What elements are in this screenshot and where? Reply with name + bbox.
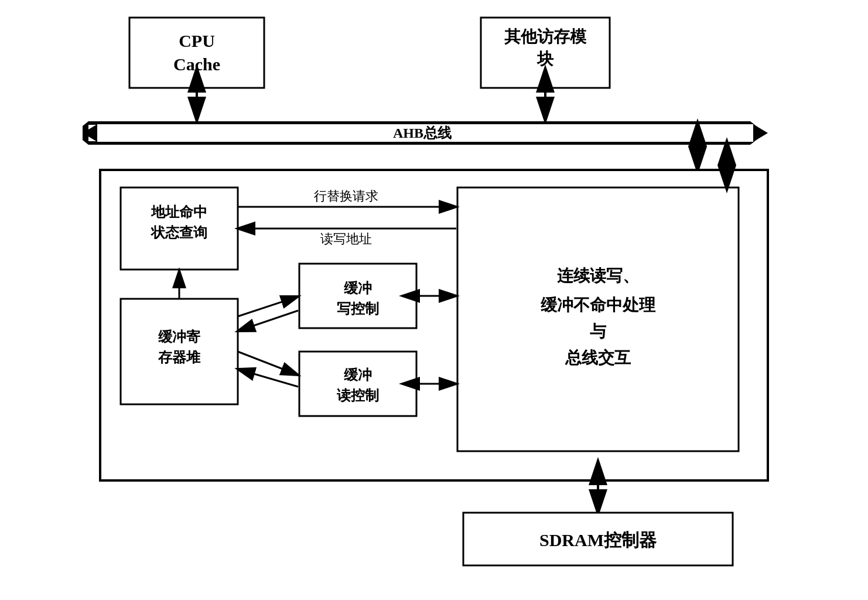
read-control-box (299, 352, 416, 416)
cpu-cache-label2: Cache (173, 54, 220, 74)
rw-addr-label: 读写地址 (320, 231, 372, 246)
main-logic-label2: 缓冲不命中处理 (541, 296, 656, 314)
buffer-reg-label2: 存器堆 (158, 350, 201, 365)
read-ctrl-label2: 读控制 (337, 388, 379, 403)
write-ctrl-label2: 写控制 (337, 301, 379, 316)
buffer-reg-label1: 缓冲寄 (158, 329, 200, 345)
address-hit-label2: 状态查询 (150, 225, 207, 240)
cpu-cache-label: CPU (179, 31, 215, 50)
cpu-cache-block (129, 18, 264, 88)
other-modules-label: 其他访存模 (504, 27, 587, 46)
main-logic-label3: 与 (590, 322, 607, 340)
line-replace-label: 行替换请求 (314, 189, 378, 203)
sdram-label: SDRAM控制器 (539, 530, 657, 550)
address-hit-label1: 地址命中 (151, 204, 207, 220)
write-control-box (299, 264, 416, 328)
main-logic-label4: 总线交互 (565, 348, 631, 367)
read-ctrl-label1: 缓冲 (344, 367, 372, 383)
main-logic-label1: 连续读写、 (557, 267, 639, 285)
other-modules-label2: 块 (536, 50, 554, 68)
write-ctrl-label1: 缓冲 (344, 281, 372, 296)
ahb-arrow-right (753, 124, 768, 142)
main-logic-box (457, 188, 739, 451)
ahb-label-text: AHB总线 (393, 125, 452, 141)
